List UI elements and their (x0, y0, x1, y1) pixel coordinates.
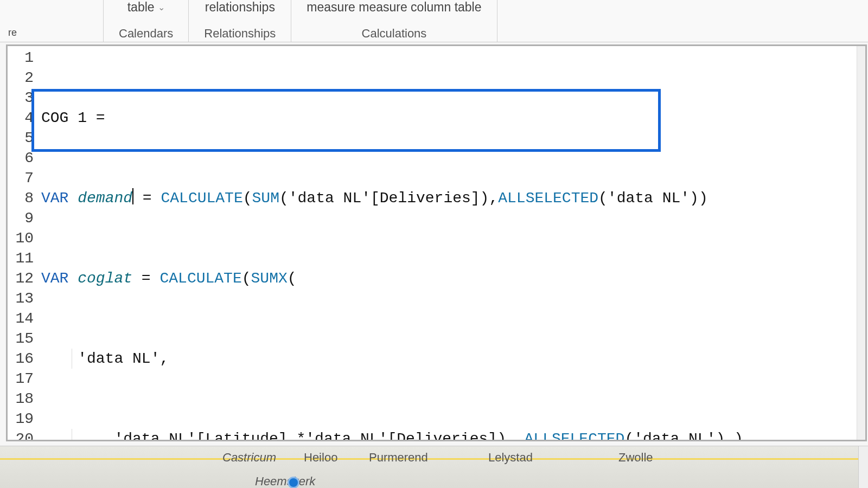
vertical-scrollbar[interactable] (857, 46, 865, 440)
formula-editor-wrap: 1234567891011121314151617181920 COG 1 = … (0, 42, 868, 446)
code-line: 'data NL', (41, 349, 865, 369)
code-body[interactable]: COG 1 = VAR demand = CALCULATE(SUM('data… (41, 48, 865, 441)
ribbon-label-relationships: Relationships (204, 27, 276, 41)
code-line: COG 1 = (41, 108, 865, 128)
map-city-label: Heemskerk (255, 474, 315, 488)
map-city-label: Lelystad (488, 451, 533, 465)
line-number-gutter: 1234567891011121314151617181920 (8, 48, 39, 441)
ribbon-group-relationships[interactable]: relationships Relationships (188, 0, 291, 42)
ribbon-left-stub: re (8, 0, 103, 42)
ribbon-label-calculations: Calculations (362, 27, 427, 41)
ribbon-group-calculations[interactable]: measure measure column table Calculation… (291, 0, 497, 42)
map-city-label: Castricum (222, 451, 276, 465)
ribbon-bar: re table ⌄ Calendars relationships Relat… (0, 0, 868, 42)
map-city-label: Zwolle (618, 451, 653, 465)
ribbon-group-calendars[interactable]: table ⌄ Calendars (103, 0, 188, 42)
chevron-down-icon: ⌄ (158, 2, 165, 12)
map-visual[interactable]: Castricum Heiloo Purmerend Lelystad Zwol… (0, 446, 868, 488)
code-line: VAR demand = CALCULATE(SUM('data NL'[Del… (41, 188, 865, 208)
ribbon-btn-table[interactable]: table (127, 0, 155, 15)
code-line: 'data NL'[Latitude] *'data NL'[Deliverie… (41, 429, 865, 441)
ribbon-label-calendars: Calendars (119, 27, 173, 41)
ribbon-btn-calculations[interactable]: measure measure column table (307, 0, 481, 15)
map-city-label: Purmerend (369, 451, 428, 465)
ribbon-btn-relationships[interactable]: relationships (205, 0, 275, 15)
app-root: re table ⌄ Calendars relationships Relat… (0, 0, 868, 488)
map-road (0, 458, 868, 460)
map-right-edge (858, 446, 868, 488)
map-city-label: Heiloo (304, 451, 337, 465)
formula-editor[interactable]: 1234567891011121314151617181920 COG 1 = … (6, 44, 867, 441)
map-marker-icon[interactable] (288, 477, 299, 488)
code-line: VAR coglat = CALCULATE(SUMX( (41, 268, 865, 288)
